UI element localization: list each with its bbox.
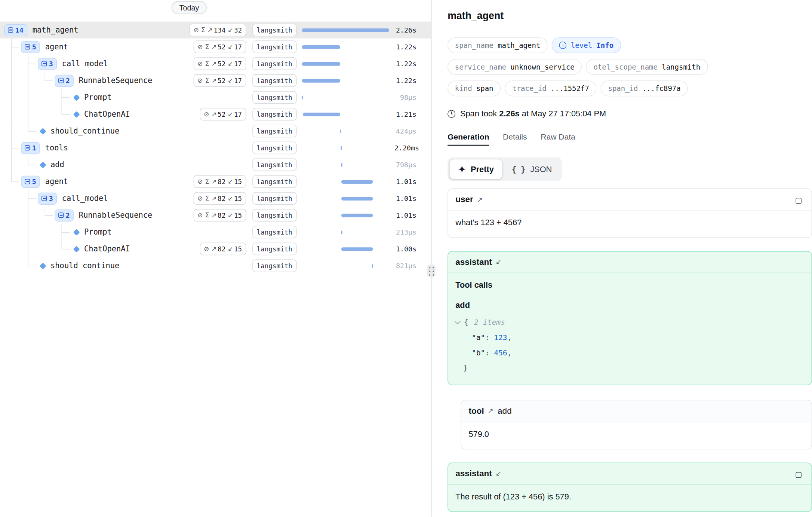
message-header[interactable]: tool↗add xyxy=(461,400,812,422)
span-name-label: tools xyxy=(45,144,68,152)
message-header[interactable]: assistant↙ xyxy=(448,251,812,273)
json-items-count: 2 items xyxy=(474,315,505,330)
tokens-icon: ⊘ xyxy=(204,246,209,252)
pill-value: math_agent xyxy=(498,41,540,50)
trace-row-should_continue[interactable]: should_continuelangsmith424µs xyxy=(0,123,431,140)
span-name-label: call_model xyxy=(62,194,108,203)
trace-row-ChatOpenAI[interactable]: ChatOpenAI⊘↗52↙17langsmith1.21s xyxy=(0,106,431,123)
today-filter-button[interactable]: Today xyxy=(172,1,207,14)
collapse-badge[interactable]: 2 xyxy=(55,209,73,221)
collapse-badge[interactable]: 5 xyxy=(21,41,40,53)
output-tokens-icon: ↙ xyxy=(228,111,233,117)
timeline-bar xyxy=(340,129,341,133)
collapse-badge[interactable]: 14 xyxy=(4,24,27,36)
span-name-label: call_model xyxy=(62,59,108,68)
sum-icon: Σ xyxy=(205,77,209,84)
trace-row-add[interactable]: addlangsmith798µs xyxy=(0,156,431,173)
timeline-bar xyxy=(341,180,373,183)
tool-name: add xyxy=(498,406,512,416)
span-metadata-pills: span_namemath_agentilevelInfoservice_nam… xyxy=(447,37,812,97)
collapse-badge[interactable]: 3 xyxy=(38,192,56,204)
pill-label: span_name xyxy=(455,41,493,50)
tree-connector xyxy=(45,207,45,215)
chevron-down-icon[interactable] xyxy=(455,318,461,324)
collapse-badge[interactable]: 5 xyxy=(21,175,40,187)
duration-label: 821µs xyxy=(394,262,416,270)
collapse-badge[interactable]: 2 xyxy=(55,74,73,86)
timeline-track xyxy=(302,146,389,150)
scope-tag: langsmith xyxy=(252,158,296,171)
message-role: tool xyxy=(468,406,484,416)
tree-connector xyxy=(11,89,12,106)
copy-button[interactable] xyxy=(796,196,803,204)
tab-generation[interactable]: Generation xyxy=(447,132,489,146)
leaf-diamond-icon xyxy=(40,262,46,269)
trace-row-Prompt[interactable]: Promptlangsmith98µs xyxy=(0,89,431,106)
duration-label: 2.20ms xyxy=(394,144,416,152)
trace-row-call_model[interactable]: 3call_model⊘Σ↗82↙15langsmith1.01s xyxy=(0,190,431,207)
leaf-diamond-icon xyxy=(73,229,80,235)
json-viewer: {2 items"a": 123,"b": 456,} xyxy=(455,315,804,376)
tokens-icon: ⊘ xyxy=(198,61,203,67)
timeline-track xyxy=(302,196,389,201)
tree-connector xyxy=(28,198,37,199)
span-name-label: agent xyxy=(45,43,68,51)
duration-label: 1.21s xyxy=(394,110,416,118)
trace-row-Prompt[interactable]: Promptlangsmith213µs xyxy=(0,224,431,241)
output-tokens-icon: ↙ xyxy=(228,77,233,84)
minus-square-icon xyxy=(25,179,30,184)
pill-label: trace_id xyxy=(512,84,546,93)
tree-connector xyxy=(28,89,28,106)
meta-pill-kind: kindspan xyxy=(447,80,501,96)
trace-row-tools[interactable]: 1toolslangsmith2.20ms xyxy=(0,140,431,156)
output-tokens-icon: ↙ xyxy=(228,246,233,252)
tool-call-name: add xyxy=(455,300,804,311)
scope-tag: langsmith xyxy=(252,260,296,272)
input-tokens-icon: ↗ xyxy=(211,246,216,252)
tree-connector xyxy=(28,106,28,123)
span-name-label: add xyxy=(50,160,64,169)
collapse-badge[interactable]: 1 xyxy=(21,142,40,154)
tab-raw-data[interactable]: Raw Data xyxy=(541,132,575,146)
format-toggle: Pretty{ }JSON xyxy=(447,157,562,181)
output-tokens-icon: ↙ xyxy=(228,27,233,33)
tree-connector xyxy=(11,47,20,47)
trace-row-should_continue[interactable]: should_continuelangsmith821µs xyxy=(0,257,431,274)
sparkle-icon xyxy=(458,165,466,173)
trace-row-agent[interactable]: 5agent⊘Σ↗82↙15langsmith1.01s xyxy=(0,173,431,190)
output-tokens-icon: ↙ xyxy=(228,212,233,218)
panel-resize-handle[interactable] xyxy=(427,265,436,277)
message-body: The result of (123 + 456) is 579. xyxy=(448,484,812,511)
timeline-bar xyxy=(341,230,342,234)
copy-button[interactable] xyxy=(796,470,803,478)
tree-connector xyxy=(28,266,37,266)
minus-square-icon xyxy=(58,212,64,218)
trace-row-math_agent[interactable]: 14math_agent⊘Σ↗134↙32langsmith2.26s xyxy=(0,22,431,39)
message-header[interactable]: user↗ xyxy=(448,189,812,211)
message-list: user↗what's 123 + 456?assistant↙Tool cal… xyxy=(447,189,812,517)
message-header[interactable]: assistant↙ xyxy=(448,463,812,484)
token-usage-badge: ⊘Σ↗82↙15 xyxy=(193,175,246,188)
sum-icon: Σ xyxy=(205,60,209,67)
meta-pill-span_id: span_id...fc897a xyxy=(601,80,688,96)
tokens-icon: ⊘ xyxy=(198,195,203,202)
format-pretty-button[interactable]: Pretty xyxy=(450,159,502,179)
timeline-track xyxy=(302,112,389,116)
collapse-badge[interactable]: 3 xyxy=(38,58,56,70)
minus-square-icon xyxy=(41,196,47,201)
json-value: 456 xyxy=(494,345,507,360)
duration-label: 1.22s xyxy=(394,77,416,85)
trace-row-RunnableSequence[interactable]: 2RunnableSequence⊘Σ↗82↙15langsmith1.01s xyxy=(0,207,431,224)
leaf-diamond-icon xyxy=(40,128,46,134)
trace-row-RunnableSequence[interactable]: 2RunnableSequence⊘Σ↗52↙17langsmith1.22s xyxy=(0,72,431,89)
trace-row-agent[interactable]: 5agent⊘Σ↗52↙17langsmith1.22s xyxy=(0,39,431,55)
trace-row-call_model[interactable]: 3call_model⊘Σ↗52↙17langsmith1.22s xyxy=(0,55,431,72)
trace-row-ChatOpenAI[interactable]: ChatOpenAI⊘↗82↙15langsmith1.00s xyxy=(0,241,431,257)
meta-pill-otel_scope_name: otel_scope_namelangsmith xyxy=(586,59,708,75)
tab-details[interactable]: Details xyxy=(503,132,527,146)
duration-label: 1.01s xyxy=(394,178,416,186)
pill-value: ...1552f7 xyxy=(551,84,589,93)
format-json-button[interactable]: { }JSON xyxy=(503,159,560,179)
tree-connector xyxy=(45,72,45,81)
timeline-bar xyxy=(341,196,373,200)
